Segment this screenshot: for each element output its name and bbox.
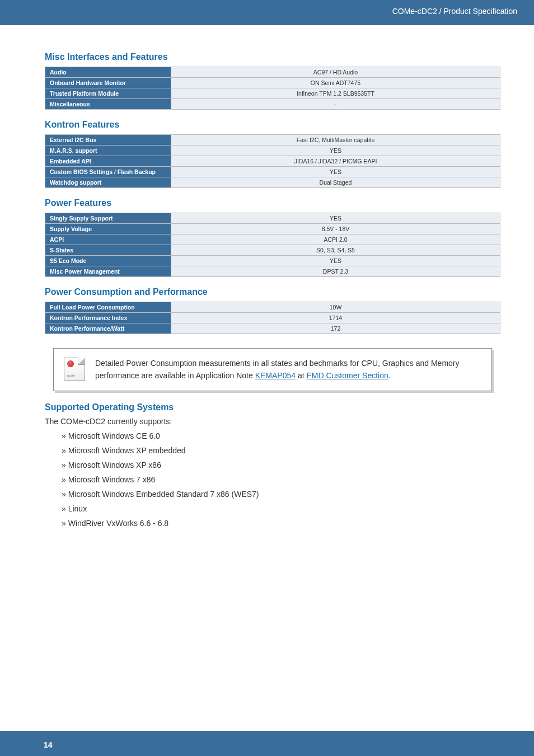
table-row: Singly Supply SupportYES bbox=[45, 213, 500, 224]
row-value: YES bbox=[171, 167, 500, 177]
row-value: - bbox=[171, 99, 500, 110]
table-row: S-StatesS0, S3, S4, S5 bbox=[45, 245, 500, 256]
table-row: Kontron Performance/Watt172 bbox=[45, 323, 500, 334]
list-item: Microsoft Windows CE 6.0 bbox=[62, 431, 500, 440]
row-label: Audio bbox=[45, 67, 171, 78]
row-value: JIDA16 / JIDA32 / PICMG EAPI bbox=[171, 156, 500, 167]
row-label: Miscellaneous bbox=[45, 99, 171, 110]
section-title-supported-os: Supported Operating Systems bbox=[45, 402, 500, 412]
note-icon: note bbox=[64, 358, 85, 381]
row-label: Trusted Platform Module bbox=[45, 88, 171, 99]
section-title-misc: Misc Interfaces and Features bbox=[45, 52, 500, 62]
row-label: S5 Eco Mode bbox=[45, 256, 171, 266]
row-label: ACPI bbox=[45, 234, 171, 245]
table-power-consumption: Full Load Power Consumption10W Kontron P… bbox=[45, 302, 500, 334]
page-content: Misc Interfaces and Features Audio AC97 … bbox=[0, 25, 534, 528]
table-row: Trusted Platform Module Infineon TPM 1.2… bbox=[45, 88, 500, 99]
row-label: S-States bbox=[45, 245, 171, 256]
note-text: Detailed Power Consumption measurements … bbox=[95, 358, 480, 382]
table-row: Embedded APIJIDA16 / JIDA32 / PICMG EAPI bbox=[45, 156, 500, 167]
row-value: AC97 / HD Audio bbox=[171, 67, 500, 78]
row-value: DPST 2.3 bbox=[171, 266, 500, 277]
table-row: Onboard Hardware Monitor ON Semi ADT7475 bbox=[45, 78, 500, 88]
table-row: Custom BIOS Settings / Flash BackupYES bbox=[45, 167, 500, 177]
table-row: ACPIACPI 2.0 bbox=[45, 234, 500, 245]
row-value: ON Semi ADT7475 bbox=[171, 78, 500, 88]
row-value: YES bbox=[171, 213, 500, 224]
table-row: Watchdog supportDual Staged bbox=[45, 177, 500, 188]
note-text-post: . bbox=[388, 371, 391, 380]
row-value: YES bbox=[171, 256, 500, 266]
row-value: 172 bbox=[171, 323, 500, 334]
row-label: Watchdog support bbox=[45, 177, 171, 188]
supported-os-list: Microsoft Windows CE 6.0 Microsoft Windo… bbox=[45, 431, 500, 528]
note-icon-label: note bbox=[67, 373, 76, 378]
row-value: 10W bbox=[171, 302, 500, 313]
row-value: ACPI 2.0 bbox=[171, 234, 500, 245]
section-title-power-features: Power Features bbox=[45, 198, 500, 208]
table-row: Full Load Power Consumption10W bbox=[45, 302, 500, 313]
table-row: S5 Eco ModeYES bbox=[45, 256, 500, 266]
row-label: Custom BIOS Settings / Flash Backup bbox=[45, 167, 171, 177]
row-label: Misc Power Management bbox=[45, 266, 171, 277]
section-title-kontron: Kontron Features bbox=[45, 120, 500, 130]
note-link-kemap054[interactable]: KEMAP054 bbox=[255, 371, 296, 380]
header-band: COMe-cDC2 / Product Specification bbox=[0, 0, 534, 25]
doc-title: COMe-cDC2 / Product Specification bbox=[392, 7, 517, 16]
table-row: Misc Power ManagementDPST 2.3 bbox=[45, 266, 500, 277]
row-value: S0, S3, S4, S5 bbox=[171, 245, 500, 256]
list-item: Microsoft Windows 7 x86 bbox=[62, 475, 500, 484]
row-label: Supply Voltage bbox=[45, 224, 171, 234]
table-kontron: External I2C BusFast I2C, MultiMaster ca… bbox=[45, 134, 500, 188]
row-value: YES bbox=[171, 145, 500, 156]
list-item: WindRiver VxWorks 6.6 - 6.8 bbox=[62, 519, 500, 528]
supported-os-intro: The COMe-cDC2 currently supports: bbox=[45, 417, 500, 426]
page-number: 14 bbox=[44, 740, 53, 749]
table-power-features: Singly Supply SupportYES Supply Voltage8… bbox=[45, 213, 500, 277]
list-item: Microsoft Windows XP x86 bbox=[62, 461, 500, 469]
table-row: Audio AC97 / HD Audio bbox=[45, 67, 500, 78]
note-link-emd-customer-section[interactable]: EMD Customer Section bbox=[306, 371, 388, 380]
list-item: Microsoft Windows XP embedded bbox=[62, 446, 500, 455]
table-row: Miscellaneous - bbox=[45, 99, 500, 110]
row-value: 8.5V - 18V bbox=[171, 224, 500, 234]
row-label: External I2C Bus bbox=[45, 135, 171, 145]
row-label: Kontron Performance Index bbox=[45, 313, 171, 323]
row-label: Singly Supply Support bbox=[45, 213, 171, 224]
row-label: Kontron Performance/Watt bbox=[45, 323, 171, 334]
list-item: Microsoft Windows Embedded Standard 7 x8… bbox=[62, 490, 500, 499]
row-label: Onboard Hardware Monitor bbox=[45, 78, 171, 88]
table-misc: Audio AC97 / HD Audio Onboard Hardware M… bbox=[45, 67, 500, 110]
table-row: Supply Voltage8.5V - 18V bbox=[45, 224, 500, 234]
table-row: M.A.R.S. supportYES bbox=[45, 145, 500, 156]
table-row: Kontron Performance Index1714 bbox=[45, 313, 500, 323]
pin-icon bbox=[67, 360, 74, 367]
row-value: Dual Staged bbox=[171, 177, 500, 188]
note-text-mid: at bbox=[296, 371, 306, 380]
footer-band: 14 bbox=[0, 731, 534, 756]
row-label: Embedded API bbox=[45, 156, 171, 167]
row-value: Fast I2C, MultiMaster capable bbox=[171, 135, 500, 145]
row-value: 1714 bbox=[171, 313, 500, 323]
row-label: Full Load Power Consumption bbox=[45, 302, 171, 313]
note-box: note Detailed Power Consumption measurem… bbox=[53, 348, 492, 391]
list-item: Linux bbox=[62, 504, 500, 513]
row-label: M.A.R.S. support bbox=[45, 145, 171, 156]
section-title-power-consumption: Power Consumption and Performance bbox=[45, 287, 500, 297]
table-row: External I2C BusFast I2C, MultiMaster ca… bbox=[45, 135, 500, 145]
row-value: Infineon TPM 1.2 SLB9635TT bbox=[171, 88, 500, 99]
